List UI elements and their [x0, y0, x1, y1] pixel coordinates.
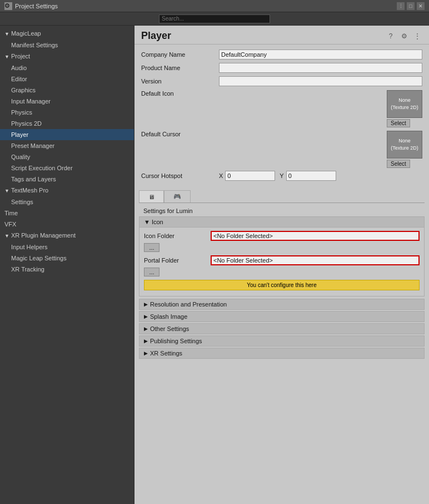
sidebar-item-graphics[interactable]: Graphics [0, 85, 134, 96]
x-label: X [219, 172, 223, 179]
icon-folder-input[interactable] [211, 231, 420, 241]
xr-section-label: XR Settings [150, 350, 182, 357]
mobile-icon: 🎮 [173, 193, 181, 200]
product-name-input[interactable] [219, 63, 422, 73]
portal-folder-row: Portal Folder [144, 255, 420, 265]
header-icons: ? ⚙ ⋮ [386, 31, 422, 41]
sidebar-item-preset-manager[interactable]: Preset Manager [0, 140, 134, 151]
sidebar-item-vfx[interactable]: VFX [0, 219, 134, 230]
default-cursor-select-btn[interactable]: Select [387, 160, 410, 168]
company-name-row: Company Name [141, 49, 422, 60]
sidebar-item-input-helpers[interactable]: Input Helpers [0, 241, 134, 253]
cursor-hotspot-row: Cursor Hotspot X Y [141, 170, 422, 181]
icon-folder-dots: ... [144, 243, 420, 252]
icon-folder-row: Icon Folder [144, 231, 420, 241]
default-icon-right: None(Texture 2D) Select [387, 90, 422, 127]
window-controls: ⋮ □ ✕ [397, 2, 425, 10]
sidebar-item-script-execution[interactable]: Script Execution Order [0, 162, 134, 174]
sidebar-item-quality[interactable]: Quality [0, 151, 134, 162]
triangle-icon: ▶ [144, 338, 148, 344]
y-label: Y [280, 172, 283, 179]
title-bar-text: Project Settings [15, 3, 58, 9]
sidebar-item-physics2d[interactable]: Physics 2D [0, 118, 134, 129]
resolution-section-label: Resolution and Presentation [150, 301, 227, 308]
desktop-icon: 🖥 [148, 194, 154, 200]
sidebar-item-editor[interactable]: Editor [0, 73, 134, 85]
company-name-label: Company Name [141, 51, 219, 58]
sidebar-item-magicleap[interactable]: ▼MagicLeap [0, 28, 134, 39]
publishing-section-label: Publishing Settings [150, 338, 202, 344]
publishing-section-header[interactable]: ▶ Publishing Settings [139, 335, 425, 347]
content-area: Player ? ⚙ ⋮ Company Name Product Name V… [134, 26, 429, 504]
window-close-btn[interactable]: ✕ [417, 2, 425, 10]
window-minimize-btn[interactable]: ⋮ [397, 2, 405, 10]
settings-icon-btn[interactable]: ⚙ [399, 31, 409, 41]
main-container: ▼MagicLeap Manifest Settings ▼Project Au… [0, 26, 429, 504]
help-icon-btn[interactable]: ? [386, 31, 396, 41]
sidebar-item-project[interactable]: ▼Project [0, 51, 134, 62]
sidebar-item-manifest-settings[interactable]: Manifest Settings [0, 39, 134, 51]
version-label: Version [141, 78, 219, 85]
sidebar-item-physics[interactable]: Physics [0, 107, 134, 118]
splash-section-header[interactable]: ▶ Splash Image [139, 311, 425, 322]
sidebar-item-time[interactable]: Time [0, 207, 134, 219]
cursor-hotspot-x-input[interactable] [225, 171, 275, 181]
platform-tabs: 🖥 🎮 [139, 190, 425, 203]
window-maximize-btn[interactable]: □ [407, 2, 415, 10]
default-icon-row: Default Icon None(Texture 2D) Select [141, 90, 422, 127]
company-name-input[interactable] [219, 50, 422, 60]
default-icon-label: Default Icon [141, 90, 219, 97]
cursor-preview-text: None(Texture 2D) [391, 137, 418, 152]
search-input[interactable] [159, 14, 270, 23]
platform-tab-desktop[interactable]: 🖥 [139, 190, 164, 202]
triangle-icon: ▶ [144, 326, 148, 332]
icon-section-content: Icon Folder ... Portal Folder ... You ca… [139, 228, 425, 297]
version-row: Version [141, 76, 422, 87]
xr-section-header[interactable]: ▶ XR Settings [139, 348, 425, 359]
sidebar-item-audio[interactable]: Audio [0, 62, 134, 73]
sidebar-item-xr-plugin[interactable]: ▼XR Plugin Management [0, 230, 134, 241]
app-icon: ⚙ [4, 2, 12, 10]
default-cursor-label: Default Cursor [141, 131, 219, 137]
triangle-icon: ▼ [4, 186, 9, 195]
content-header: Player ? ⚙ ⋮ [134, 26, 429, 45]
collapsible-sections: ▶ Resolution and Presentation ▶ Splash I… [134, 297, 429, 362]
platform-tab-mobile[interactable]: 🎮 [164, 190, 191, 202]
resolution-section-header[interactable]: ▶ Resolution and Presentation [139, 299, 425, 310]
icon-section-header[interactable]: ▼ Icon [139, 216, 425, 228]
icon-preview-box: None(Texture 2D) [387, 90, 422, 118]
sidebar-item-magic-leap-settings[interactable]: Magic Leap Settings [0, 253, 134, 264]
sidebar-item-input-manager[interactable]: Input Manager [0, 96, 134, 107]
product-name-label: Product Name [141, 65, 219, 71]
title-bar: ⚙ Project Settings ⋮ □ ✕ [0, 0, 429, 12]
sidebar-item-textmesh[interactable]: ▼TextMesh Pro [0, 185, 134, 196]
triangle-icon: ▶ [144, 302, 148, 307]
sidebar-item-tags-layers[interactable]: Tags and Layers [0, 174, 134, 185]
form-section: Company Name Product Name Version Defaul… [134, 45, 429, 188]
icon-preview-text: None(Texture 2D) [391, 97, 418, 111]
default-cursor-right: None(Texture 2D) Select [387, 131, 422, 168]
icon-section-wrapper: ▼ Icon Icon Folder ... Portal Folder ... [134, 216, 429, 297]
platform-tabs-container: 🖥 🎮 [134, 190, 429, 203]
triangle-icon: ▶ [144, 314, 148, 319]
settings-for-label: Settings for Lumin [139, 205, 197, 216]
overflow-icon-btn[interactable]: ⋮ [412, 31, 422, 41]
portal-folder-dots-btn[interactable]: ... [144, 268, 159, 276]
cursor-preview-box: None(Texture 2D) [387, 131, 422, 159]
page-title: Player [141, 30, 171, 42]
other-section-label: Other Settings [150, 325, 189, 332]
sidebar-item-player[interactable]: Player [0, 129, 134, 140]
other-section-header[interactable]: ▶ Other Settings [139, 323, 425, 334]
sidebar-item-xr-tracking[interactable]: XR Tracking [0, 264, 134, 275]
splash-section-label: Splash Image [150, 313, 187, 320]
sidebar-item-tmp-settings[interactable]: Settings [0, 196, 134, 207]
cursor-hotspot-y-input[interactable] [286, 171, 336, 181]
triangle-icon: ▶ [144, 350, 148, 356]
icon-section-title: ▼ Icon [144, 219, 163, 225]
icon-folder-dots-btn[interactable]: ... [144, 243, 159, 252]
default-icon-select-btn[interactable]: Select [387, 119, 410, 127]
version-input[interactable] [219, 76, 422, 86]
settings-for-container: Settings for Lumin [134, 205, 429, 216]
cursor-hotspot-label: Cursor Hotspot [141, 172, 219, 179]
portal-folder-input[interactable] [211, 255, 420, 265]
